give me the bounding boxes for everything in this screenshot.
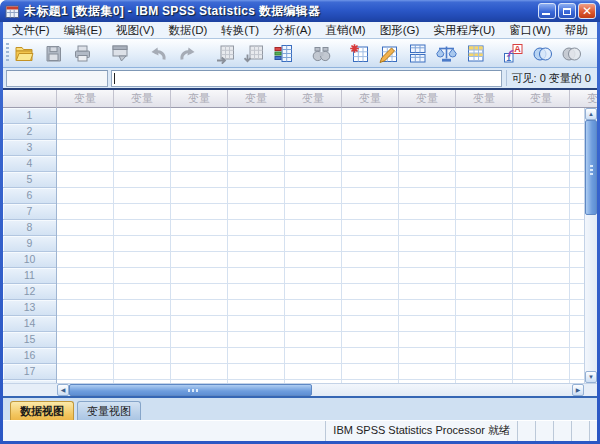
row-header-9[interactable]: 9 — [3, 236, 56, 252]
undo-button[interactable] — [146, 41, 171, 66]
menu-item-view[interactable]: 视图(V) — [109, 22, 161, 38]
dialog-recall-icon — [110, 43, 131, 64]
value-labels-button[interactable]: A1 — [501, 41, 526, 66]
grid-corner-cell[interactable] — [3, 90, 57, 108]
column-header-10[interactable]: 变量 — [570, 90, 597, 108]
column-header-8[interactable]: 变量 — [456, 90, 513, 108]
status-panes — [518, 421, 590, 441]
goto-case-button[interactable] — [213, 41, 238, 66]
insert-cases-button[interactable] — [347, 41, 372, 66]
row-header-13[interactable]: 13 — [3, 300, 56, 316]
row-header-14[interactable]: 14 — [3, 316, 56, 332]
horizontal-scroll-track[interactable] — [312, 384, 572, 396]
insert-cases-icon — [349, 43, 370, 64]
maximize-button[interactable] — [558, 3, 576, 19]
column-header-3[interactable]: 变量 — [171, 90, 228, 108]
goto-variable-icon — [244, 43, 265, 64]
weight-cases-button[interactable] — [434, 41, 459, 66]
goto-case-icon — [215, 43, 236, 64]
menu-item-window[interactable]: 窗口(W) — [502, 22, 558, 38]
row-header-4[interactable]: 4 — [3, 156, 56, 172]
cell-value-input[interactable] — [111, 70, 502, 87]
redo-button[interactable] — [175, 41, 200, 66]
menu-item-analyze[interactable]: 分析(A) — [266, 22, 318, 38]
maximize-icon — [563, 8, 571, 15]
column-header-2[interactable]: 变量 — [114, 90, 171, 108]
tab-data-view[interactable]: 数据视图 — [10, 401, 74, 420]
scroll-left-button[interactable]: ◀ — [57, 384, 69, 396]
minimize-button[interactable] — [538, 3, 556, 19]
save-icon — [43, 43, 64, 64]
row-header-17[interactable]: 17 — [3, 364, 56, 380]
view-tab-bar: 数据视图变量视图 — [3, 396, 597, 420]
menu-item-graphs[interactable]: 图形(G) — [373, 22, 427, 38]
window-title: 未标题1 [数据集0] - IBM SPSS Statistics 数据编辑器 — [24, 3, 536, 20]
dialog-recall-button[interactable] — [108, 41, 133, 66]
scroll-right-button[interactable]: ▶ — [572, 384, 584, 396]
row-header-1[interactable]: 1 — [3, 108, 56, 124]
show-all-variables-button[interactable] — [559, 41, 584, 66]
close-button[interactable]: ✕ — [578, 3, 596, 19]
row-header-8[interactable]: 8 — [3, 220, 56, 236]
svg-text:A: A — [514, 44, 521, 54]
save-button[interactable] — [41, 41, 66, 66]
print-icon — [72, 43, 93, 64]
column-header-7[interactable]: 变量 — [399, 90, 456, 108]
row-header-16[interactable]: 16 — [3, 348, 56, 364]
column-header-1[interactable]: 变量 — [57, 90, 114, 108]
vertical-scrollbar[interactable]: ▲ ▼ — [584, 108, 597, 383]
find-button[interactable] — [309, 41, 334, 66]
data-grid-area: 变量变量变量变量变量变量变量变量变量变量 1234567891011121314… — [3, 90, 597, 396]
column-header-5[interactable]: 变量 — [285, 90, 342, 108]
vertical-scroll-thumb[interactable] — [585, 120, 597, 215]
variables-icon — [273, 43, 294, 64]
row-header-10[interactable]: 10 — [3, 252, 56, 268]
goto-variable-button[interactable] — [242, 41, 267, 66]
scroll-down-button[interactable]: ▼ — [585, 371, 597, 383]
menu-item-direct-marketing[interactable]: 直销(M) — [318, 22, 372, 38]
redo-icon — [177, 43, 198, 64]
print-button[interactable] — [70, 41, 95, 66]
row-header-12[interactable]: 12 — [3, 284, 56, 300]
row-header-5[interactable]: 5 — [3, 172, 56, 188]
menu-item-edit[interactable]: 编辑(E) — [57, 22, 109, 38]
row-header-7[interactable]: 7 — [3, 204, 56, 220]
row-header-18[interactable]: 18 — [3, 380, 56, 383]
row-header-11[interactable]: 11 — [3, 268, 56, 284]
spss-data-editor-window: 未标题1 [数据集0] - IBM SPSS Statistics 数据编辑器 … — [0, 0, 600, 444]
menu-item-data[interactable]: 数据(D) — [161, 22, 214, 38]
row-header-6[interactable]: 6 — [3, 188, 56, 204]
column-header-4[interactable]: 变量 — [228, 90, 285, 108]
row-header-2[interactable]: 2 — [3, 124, 56, 140]
row-header-3[interactable]: 3 — [3, 140, 56, 156]
menu-item-utilities[interactable]: 实用程序(U) — [426, 22, 502, 38]
cell-editor-bar: 可见: 0 变量的 0 — [3, 68, 597, 90]
horizontal-scroll-thumb[interactable] — [69, 384, 312, 396]
insert-variable-icon — [378, 43, 399, 64]
cell-reference-box[interactable] — [6, 70, 108, 87]
insert-variable-button[interactable] — [376, 41, 401, 66]
tab-variable-view[interactable]: 变量视图 — [77, 401, 141, 420]
hscroll-left-spacer — [3, 384, 57, 396]
horizontal-scrollbar[interactable]: ◀ ▶ — [3, 383, 597, 396]
vertical-scroll-track[interactable] — [585, 215, 597, 371]
show-all-variables-icon — [561, 43, 582, 64]
variables-button[interactable] — [271, 41, 296, 66]
status-pane-empty-1 — [518, 421, 536, 441]
split-file-button[interactable] — [405, 41, 430, 66]
column-header-6[interactable]: 变量 — [342, 90, 399, 108]
column-header-9[interactable]: 变量 — [513, 90, 570, 108]
toolbar: A1A — [3, 39, 597, 68]
select-cases-button[interactable] — [463, 41, 488, 66]
menu-item-transform[interactable]: 转换(T) — [214, 22, 266, 38]
status-bar: IBM SPSS Statistics Processor 就绪 — [3, 420, 597, 441]
close-icon: ✕ — [582, 5, 592, 17]
data-grid-cells[interactable] — [57, 108, 597, 383]
open-data-button[interactable] — [12, 41, 37, 66]
menu-item-file[interactable]: 文件(F) — [5, 22, 57, 38]
menu-item-help[interactable]: 帮助 — [558, 22, 595, 38]
scroll-up-button[interactable]: ▲ — [585, 108, 597, 120]
row-header-15[interactable]: 15 — [3, 332, 56, 348]
use-variable-sets-button[interactable] — [530, 41, 555, 66]
title-bar: 未标题1 [数据集0] - IBM SPSS Statistics 数据编辑器 … — [0, 0, 600, 22]
